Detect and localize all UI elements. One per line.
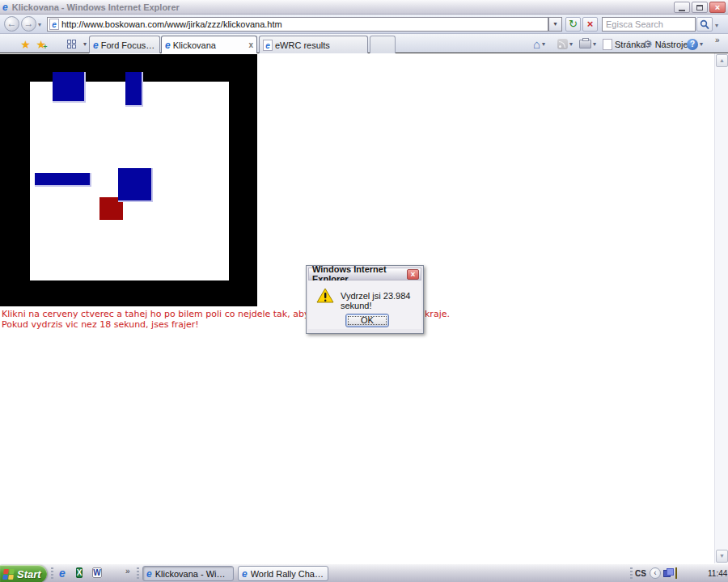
start-button[interactable]: Start <box>0 565 47 582</box>
chevron-down-icon[interactable]: ▾ <box>700 40 703 48</box>
tab-label: Ford Focus Forum - Zobrazit ... <box>101 40 156 50</box>
navigation-bar: ← → ▾ e ▾ ↻ × ▾ <box>0 15 728 34</box>
tab-ewrc-results[interactable]: e eWRC results <box>259 36 368 53</box>
print-button[interactable]: ▾ <box>579 37 596 51</box>
rss-feeds-icon <box>557 39 568 49</box>
page-icon <box>603 39 612 50</box>
restore-button[interactable] <box>692 2 708 13</box>
close-button[interactable]: × <box>709 2 726 13</box>
printer-icon <box>579 40 591 48</box>
game-piece-blue <box>53 72 86 103</box>
add-favorite-button[interactable]: ★+ <box>34 36 49 52</box>
dialog-titlebar[interactable]: Windows Internet Explorer × <box>308 268 421 280</box>
hide-icons-chevron[interactable]: ‹ <box>650 567 661 579</box>
quick-launch-ie-icon[interactable]: e <box>56 567 69 580</box>
address-dropdown-button[interactable]: ▾ <box>548 17 562 32</box>
taskbar: Start e X W » e Klickovana - Windows... … <box>0 563 728 582</box>
game-canvas <box>0 54 257 306</box>
ie-logo-icon: e <box>2 2 8 12</box>
address-input[interactable] <box>59 19 548 30</box>
scroll-up-button[interactable]: ▲ <box>716 54 728 67</box>
tab-klickovana[interactable]: e Klickovana x <box>161 36 257 53</box>
minimize-button[interactable] <box>674 2 690 13</box>
quick-tabs-button[interactable] <box>63 36 79 52</box>
chevron-down-icon: ▾ <box>569 40 573 48</box>
gear-icon: ⚙ <box>643 39 653 49</box>
refresh-button[interactable]: ↻ <box>565 17 581 32</box>
page-menu-label: Stránka <box>615 40 645 49</box>
tab-label: eWRC results <box>275 40 364 50</box>
language-indicator[interactable]: CS <box>635 569 646 578</box>
command-bar-overflow-chevron[interactable]: » <box>715 36 720 44</box>
search-input[interactable] <box>603 18 695 31</box>
quick-launch-app-icon[interactable] <box>108 567 121 580</box>
browser-titlebar: e Klickovana - Windows Internet Explorer… <box>0 0 728 15</box>
alert-dialog: Windows Internet Explorer × Vydrzel jsi … <box>306 265 424 334</box>
tools-menu-button[interactable]: ⚙ Nástroje ▾ <box>643 37 693 51</box>
chevron-down-icon[interactable]: ▾ <box>593 40 596 48</box>
taskbar-clock[interactable]: 11:44 <box>708 569 727 578</box>
tab-close-icon[interactable]: x <box>248 40 253 49</box>
dialog-message: Vydrzel jsi 23.984 sekund! <box>341 291 421 310</box>
home-icon: ⌂ <box>533 39 540 50</box>
quick-launch-excel-icon[interactable]: X <box>73 567 86 580</box>
address-bar[interactable]: e <box>47 17 548 32</box>
word-icon: W <box>92 567 101 578</box>
game-instructions-line1-end: kraje. <box>425 309 450 319</box>
vertical-scrollbar[interactable]: ▲ ▼ <box>714 53 728 563</box>
search-button[interactable] <box>696 17 713 32</box>
tray-antivirus-icon[interactable] <box>685 568 696 579</box>
dialog-close-button[interactable]: × <box>407 269 419 280</box>
game-piece-blue <box>118 168 153 202</box>
favorites-center-button[interactable]: ★ <box>18 36 33 52</box>
forward-button[interactable]: → <box>21 16 36 32</box>
scroll-down-button[interactable]: ▼ <box>716 550 728 563</box>
plus-icon: + <box>43 43 47 51</box>
tab-favicon-icon: e <box>165 40 171 50</box>
home-button[interactable]: ⌂ ▾ <box>533 37 545 51</box>
tray-display-icon[interactable] <box>663 568 674 579</box>
search-options-icon[interactable]: ▾ <box>715 22 718 29</box>
magnifier-icon <box>700 19 709 30</box>
taskbar-button-klickovana[interactable]: e Klickovana - Windows... <box>142 566 234 581</box>
quick-launch-grip[interactable] <box>51 567 53 580</box>
chevron-down-icon[interactable]: ▾ <box>542 40 545 48</box>
taskbar-button-wrc[interactable]: e World Rally Champion... <box>238 566 328 581</box>
window-title: Klickovana - Windows Internet Explorer <box>12 2 180 12</box>
history-dropdown-icon[interactable]: ▾ <box>38 21 41 28</box>
new-tab-stub[interactable] <box>370 36 396 53</box>
search-box[interactable] <box>602 17 696 32</box>
help-button[interactable]: ? ▾ <box>687 37 703 51</box>
ie-icon: e <box>146 569 152 579</box>
tab-bar: ★ ★+ ▾ e Ford Focus Forum - Zobrazit ...… <box>0 34 728 53</box>
windows-logo-icon <box>2 569 15 580</box>
quick-launch-word-icon[interactable]: W <box>91 567 104 580</box>
task-button-label: World Rally Champion... <box>251 569 324 579</box>
excel-icon: X <box>76 567 83 578</box>
game-piece-blue <box>125 72 143 107</box>
tab-label: Klickovana <box>173 40 247 50</box>
ie-icon: e <box>242 569 248 579</box>
task-button-label: Klickovana - Windows... <box>155 569 230 579</box>
window-controls: × <box>674 2 726 13</box>
tray-messenger-icon[interactable] <box>675 568 685 579</box>
tray-grip <box>630 567 633 580</box>
ok-button[interactable]: OK <box>345 314 389 327</box>
tray-app-icon[interactable] <box>696 568 706 579</box>
back-button[interactable]: ← <box>4 16 19 32</box>
taskband-grip[interactable] <box>137 567 139 580</box>
dialog-body: Vydrzel jsi 23.984 sekund! OK <box>308 280 421 329</box>
tab-ford-focus-forum[interactable]: e Ford Focus Forum - Zobrazit ... <box>89 36 160 53</box>
game-piece-blue <box>35 173 91 187</box>
help-icon: ? <box>687 39 698 50</box>
tab-favicon-icon: e <box>93 40 99 50</box>
page-favicon-icon: e <box>49 19 59 30</box>
quick-launch-overflow-chevron[interactable]: » <box>125 567 130 576</box>
stop-button[interactable]: × <box>582 17 598 32</box>
tab-list-dropdown-icon[interactable]: ▾ <box>81 36 89 52</box>
quick-tabs-icon <box>67 40 76 48</box>
start-label: Start <box>17 568 41 580</box>
warning-icon <box>316 288 334 303</box>
feeds-button[interactable]: ▾ <box>557 37 573 51</box>
tools-menu-label: Nástroje <box>655 40 688 49</box>
